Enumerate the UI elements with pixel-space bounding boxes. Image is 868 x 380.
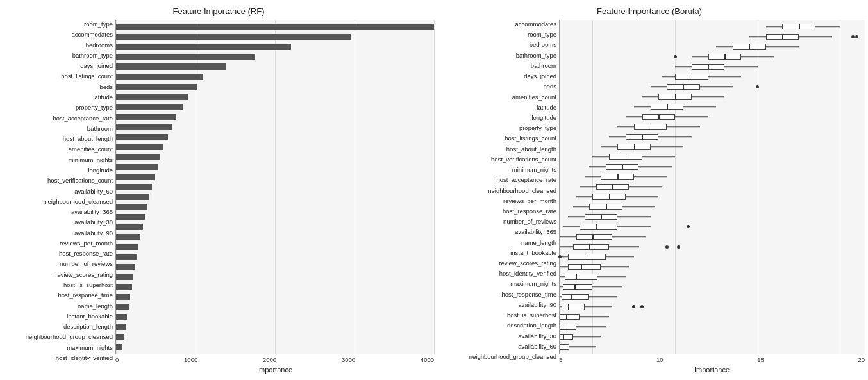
rf-feature-label: reviews_per_month — [3, 240, 113, 247]
boruta-feature-label: name_length — [434, 240, 556, 247]
rf-xaxis: 01000200030004000 — [115, 354, 434, 363]
boruta-feature-label: minimum_nights — [434, 167, 556, 174]
boruta-median-line — [642, 134, 644, 140]
rf-bar-item — [116, 92, 434, 102]
rf-feature-label: accommodates — [3, 31, 113, 38]
rf-bar — [116, 94, 188, 100]
boruta-outlier-dot — [687, 225, 690, 228]
boruta-median-line — [563, 334, 564, 340]
rf-bar — [116, 194, 149, 200]
rf-bar-item — [116, 262, 434, 272]
rf-feature-label: latitude — [3, 94, 113, 101]
boruta-median-line — [581, 264, 582, 270]
rf-bar — [116, 264, 135, 270]
rf-feature-label: maximum_nights — [3, 345, 113, 352]
rf-bar-item — [116, 102, 434, 112]
boruta-box — [565, 274, 597, 279]
rf-feature-label: host_response_rate — [3, 251, 113, 258]
boruta-outlier-dot — [855, 35, 858, 38]
boruta-xaxis: 5101520 — [559, 354, 865, 363]
boruta-feature-label: host_about_length — [434, 146, 556, 153]
rf-feature-label: host_verifications_count — [3, 178, 113, 185]
rf-bar — [116, 24, 434, 30]
rf-bar-item — [116, 302, 434, 312]
rf-bar-item — [116, 202, 434, 212]
rf-bar — [116, 294, 130, 301]
boruta-xaxis-label: 5 — [559, 356, 562, 363]
rf-xaxis-label: 4000 — [421, 356, 434, 363]
boruta-box-item — [560, 242, 865, 252]
rf-chart-panel: Feature Importance (RF) room_typeaccommo… — [3, 6, 434, 374]
boruta-feature-label: latitude — [434, 104, 556, 112]
rf-feature-label: availability_60 — [3, 188, 113, 195]
rf-bar — [116, 164, 158, 170]
rf-feature-label: host_listings_count — [3, 73, 113, 80]
boruta-box-item — [560, 142, 865, 152]
boruta-feature-label: longitude — [434, 115, 556, 122]
rf-feature-label: amenities_count — [3, 146, 113, 153]
rf-bar — [116, 144, 163, 150]
rf-bar-item — [116, 282, 434, 292]
boruta-box-item — [560, 302, 865, 312]
boruta-box — [562, 304, 585, 310]
rf-feature-label: property_type — [3, 104, 113, 112]
rf-feature-label: availability_90 — [3, 230, 113, 237]
boruta-feature-label: availability_30 — [434, 333, 556, 340]
rf-bar-item — [116, 182, 434, 192]
rf-bar — [116, 124, 172, 130]
rf-bar — [116, 274, 133, 280]
rf-bar — [116, 314, 127, 320]
boruta-plot: 5101520 Importance — [559, 20, 865, 374]
boruta-box-item — [560, 22, 865, 32]
rf-bar-item — [116, 272, 434, 282]
boruta-feature-label: accommodates — [434, 21, 556, 28]
boruta-feature-label: availability_365 — [434, 229, 556, 236]
boruta-outlier-dot — [665, 245, 669, 249]
rf-bar-item — [116, 72, 434, 82]
rf-bar — [116, 254, 137, 260]
boruta-box-item — [560, 42, 865, 52]
rf-bar — [116, 244, 138, 250]
boruta-box-item — [560, 172, 865, 182]
boruta-xaxis-label: 20 — [858, 356, 865, 363]
rf-bar-item — [116, 342, 434, 352]
rf-bar — [116, 224, 143, 230]
rf-feature-label: bathroom_type — [3, 53, 113, 60]
rf-bar — [116, 34, 351, 40]
boruta-median-line — [562, 344, 563, 350]
boruta-median-line — [565, 324, 566, 329]
rf-feature-label: neighbourhood_cleansed — [3, 199, 113, 206]
boruta-box — [563, 284, 592, 290]
boruta-feature-label: days_joined — [434, 73, 556, 80]
boruta-median-line — [609, 194, 610, 199]
boruta-feature-label: maximum_nights — [434, 281, 556, 288]
boruta-box — [568, 254, 606, 260]
boruta-box-item — [560, 202, 865, 212]
boruta-median-line — [692, 74, 693, 79]
boruta-median-line — [592, 234, 594, 240]
boruta-box-item — [560, 92, 865, 102]
boruta-feature-label: description_length — [434, 322, 556, 329]
boruta-box-item — [560, 162, 865, 172]
boruta-xaxis-label: 15 — [757, 356, 764, 363]
rf-feature-label: room_type — [3, 21, 113, 28]
boruta-median-line — [571, 294, 572, 300]
rf-bar — [116, 334, 124, 340]
boruta-box-item — [560, 112, 865, 122]
rf-feature-label: bathroom — [3, 126, 113, 133]
boruta-feature-label: availability_90 — [434, 302, 556, 309]
rf-bar — [116, 84, 197, 90]
rf-feature-label: availability_30 — [3, 219, 113, 226]
boruta-box-item — [560, 72, 865, 82]
rf-xaxis-label: 1000 — [184, 356, 197, 363]
boruta-outlier-dot — [632, 305, 635, 308]
boruta-chart-title: Feature Importance (Boruta) — [597, 6, 702, 16]
rf-bar-item — [116, 152, 434, 162]
boruta-median-line — [626, 154, 627, 160]
boruta-feature-label: host_is_superhost — [434, 312, 556, 319]
rf-bar — [116, 204, 147, 210]
rf-bar — [116, 74, 203, 80]
boruta-feature-label: property_type — [434, 125, 556, 132]
boruta-box-item — [560, 332, 865, 342]
boruta-median-line — [799, 24, 800, 29]
